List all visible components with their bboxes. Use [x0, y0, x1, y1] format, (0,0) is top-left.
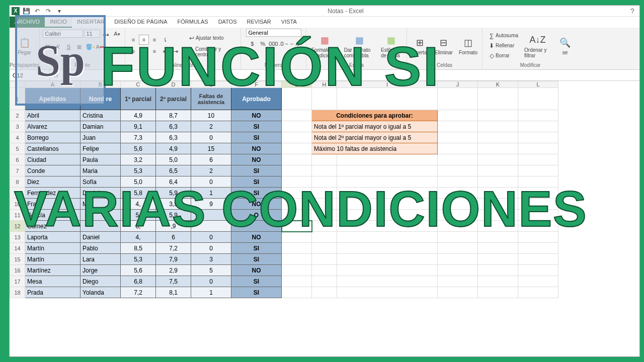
name-box[interactable]: G12 [10, 70, 50, 80]
cell[interactable] [518, 110, 558, 121]
cell[interactable] [478, 143, 518, 154]
paste-button[interactable]: 📋 Pegar [15, 35, 35, 56]
cell[interactable] [337, 287, 438, 298]
cell[interactable] [518, 121, 558, 132]
cell[interactable]: Yolanda [80, 287, 121, 298]
cell[interactable] [282, 199, 312, 210]
column-header[interactable]: H [312, 81, 337, 88]
cell[interactable]: Gomez [25, 221, 80, 232]
font-name-select[interactable]: Calibri [43, 30, 83, 38]
column-header[interactable]: I [337, 81, 438, 88]
cell[interactable] [438, 243, 478, 254]
cell[interactable] [478, 165, 518, 176]
cell[interactable]: 0 [191, 232, 231, 243]
cell[interactable] [337, 154, 438, 165]
cell[interactable] [191, 210, 231, 221]
cell[interactable]: 1 [191, 287, 231, 298]
cell[interactable] [312, 176, 337, 188]
cell[interactable] [518, 88, 558, 110]
decrease-font-icon[interactable]: A▾ [112, 29, 122, 39]
merge-center-button[interactable]: ⬌Combinar y centrar [186, 45, 237, 58]
row-header[interactable]: 15 [10, 254, 25, 265]
cell[interactable]: 2,9 [156, 265, 191, 276]
conditional-format-button[interactable]: ▦Formato condicional [309, 32, 340, 59]
cell[interactable]: Pablo [80, 243, 121, 254]
cell[interactable]: Mesa [25, 276, 80, 287]
cell[interactable]: Nota del 2º parcial mayor o igual a 5 [312, 132, 438, 143]
cell[interactable]: 3,5 [156, 199, 191, 210]
cell[interactable]: Juan [80, 132, 121, 143]
tab-formulas[interactable]: FÓRMULAS [173, 17, 213, 28]
cell[interactable] [518, 176, 558, 188]
cell[interactable] [438, 221, 478, 232]
cell[interactable]: Daniela [80, 188, 121, 199]
cell[interactable]: 6, [121, 221, 156, 232]
cell[interactable] [478, 132, 518, 143]
cell[interactable] [337, 265, 438, 276]
cell[interactable]: 5,6 [121, 143, 156, 154]
cell[interactable]: Nota del 1º parcial mayor o igual a 5 [312, 121, 438, 132]
row-header[interactable]: 17 [10, 276, 25, 287]
cell[interactable]: SI [231, 287, 282, 298]
number-format-select[interactable]: General [246, 29, 301, 37]
qat-dropdown-icon[interactable]: ▾ [55, 7, 64, 16]
cell[interactable] [478, 221, 518, 232]
cell[interactable] [191, 221, 231, 232]
row-header[interactable]: 7 [10, 165, 25, 176]
cell[interactable]: 6 [191, 154, 231, 165]
cell[interactable]: 1 [191, 188, 231, 199]
cell[interactable] [282, 154, 312, 165]
cell[interactable]: 1º parcial [121, 88, 156, 110]
row-header[interactable]: 5 [10, 143, 25, 154]
align-top-icon[interactable]: ≡ [128, 35, 138, 45]
cell[interactable] [518, 287, 558, 298]
cell[interactable] [282, 88, 312, 110]
align-center-icon[interactable]: ≡ [139, 46, 149, 56]
cell[interactable]: NO [231, 154, 282, 165]
cell[interactable] [478, 232, 518, 243]
cell[interactable] [478, 243, 518, 254]
align-bottom-icon[interactable]: ≡ [149, 35, 159, 45]
cell[interactable]: Nombre [80, 88, 121, 110]
cell[interactable]: Cristina [80, 110, 121, 121]
cell[interactable]: NO [231, 232, 282, 243]
cell[interactable]: 8,1 [156, 287, 191, 298]
cell[interactable]: 7,5 [156, 276, 191, 287]
cell[interactable] [337, 188, 438, 199]
cell[interactable]: 5,8 [121, 188, 156, 199]
cell[interactable] [312, 165, 337, 176]
cell[interactable]: 9,1 [121, 121, 156, 132]
cell[interactable]: SI [231, 254, 282, 265]
cell[interactable]: Conde [25, 165, 80, 176]
cell[interactable]: SI [231, 188, 282, 199]
row-header[interactable]: 3 [10, 121, 25, 132]
cell[interactable]: Maria [80, 165, 121, 176]
cell[interactable]: Ciudad [25, 154, 80, 165]
decrease-decimal-icon[interactable]: ←.0 [290, 39, 300, 49]
cell[interactable]: Daniel [80, 232, 121, 243]
cell[interactable]: Alvarez [25, 121, 80, 132]
cell[interactable]: 5, [121, 210, 156, 221]
cell[interactable]: Martín [25, 254, 80, 265]
find-select-button[interactable]: 🔍se [555, 35, 575, 56]
cell[interactable]: 0 [191, 176, 231, 188]
cell[interactable]: Jorge [80, 265, 121, 276]
cell[interactable] [438, 199, 478, 210]
cell[interactable]: 6,4 [156, 176, 191, 188]
format-cells-button[interactable]: ◫Formato [457, 35, 479, 56]
cell[interactable]: NO [231, 265, 282, 276]
cell[interactable]: Paula [80, 154, 121, 165]
cell[interactable]: Damian [80, 121, 121, 132]
cell[interactable]: 4, [121, 232, 156, 243]
tab-revisar[interactable]: REVISAR [242, 17, 276, 28]
cell[interactable] [337, 221, 438, 232]
cell[interactable] [282, 165, 312, 176]
cell[interactable] [518, 221, 558, 232]
cell[interactable] [282, 232, 312, 243]
cell[interactable]: O [231, 210, 282, 221]
fill-button[interactable]: ⬇Rellenar [486, 41, 520, 51]
cell[interactable]: Laporta [25, 232, 80, 243]
cell[interactable]: 2º parcial [156, 88, 191, 110]
row-header[interactable]: 13 [10, 232, 25, 243]
cell[interactable] [312, 188, 337, 199]
